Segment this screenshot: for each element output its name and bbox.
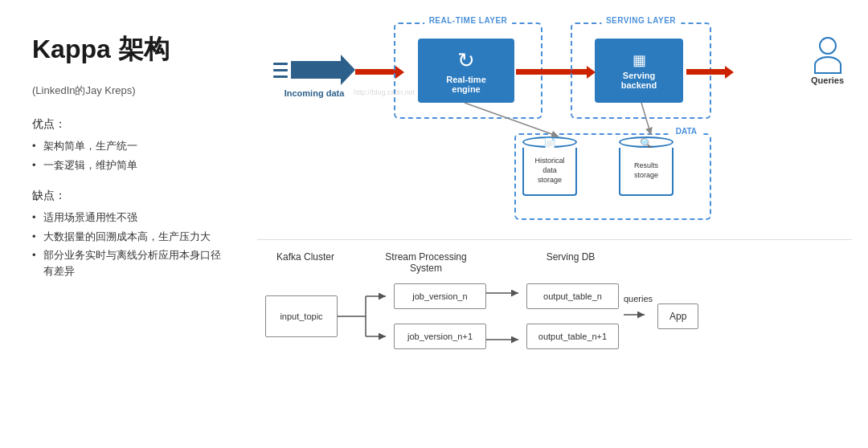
person-head-icon xyxy=(819,37,837,55)
cyl-top-historical: 📄 xyxy=(522,136,577,148)
historical-db-label: Historicaldatastorage xyxy=(534,157,564,185)
historical-db-cylinder: 📄 Historicaldatastorage xyxy=(522,136,577,196)
cons-list: 适用场景通用性不强 大数据量的回溯成本高，生产压力大 部分业务实时与离线分析应用… xyxy=(32,210,225,279)
queries-label: Queries xyxy=(811,75,844,85)
input-topic-box: input_topic xyxy=(265,295,338,337)
job-version-n1-box: job_version_n+1 xyxy=(394,324,486,349)
results-db-cylinder: 🔍 Resultsstorage xyxy=(619,136,674,196)
cyl-top-results: 🔍 xyxy=(619,136,674,148)
queries-text: queries xyxy=(624,294,653,303)
pros-item-2: 一套逻辑，维护简单 xyxy=(32,157,225,173)
incoming-data-label: Incoming data xyxy=(273,88,355,98)
incoming-data-arrow: Incoming data xyxy=(273,55,355,98)
page-title: Kappa 架构 xyxy=(32,32,225,67)
author-credit: (LinkedIn的Jay Kreps) xyxy=(32,83,225,98)
output-table-n1-box: output_table_n+1 xyxy=(526,324,619,349)
stream-jobs-group: job_version_n job_version_n+1 xyxy=(394,283,486,349)
app-box: App xyxy=(657,303,698,329)
sync-icon: ↻ xyxy=(457,48,475,73)
pros-list: 架构简单，生产统一 一套逻辑，维护简单 xyxy=(32,138,225,173)
realtime-layer-label: REAL-TIME LAYER xyxy=(424,16,513,25)
kafka-cluster-group: input_topic xyxy=(265,295,338,337)
cons-title: 缺点： xyxy=(32,189,225,203)
cons-item-1: 适用场景通用性不强 xyxy=(32,210,225,226)
serving-db-header: Serving DB xyxy=(506,251,635,263)
jobs-to-outputs-svg xyxy=(486,280,526,352)
bottom-boxes-row: input_topic job_ xyxy=(257,274,852,352)
serving-backend: ▦ Servingbackend xyxy=(595,39,683,103)
output-table-n-box: output_table_n xyxy=(526,283,619,309)
left-panel: Kappa 架构 (LinkedIn的Jay Kreps) 优点： 架构简单，生… xyxy=(0,0,249,448)
branch-arrows-svg xyxy=(338,280,394,352)
slide: Kappa 架构 (LinkedIn的Jay Kreps) 优点： 架构简单，生… xyxy=(0,0,868,448)
kappa-architecture-diagram: Incoming data REAL-TIME LAYER ↻ Real-tim… xyxy=(257,14,852,231)
grid-icon: ▦ xyxy=(633,51,646,69)
results-db-label: Resultsstorage xyxy=(634,161,658,180)
output-tables-group: output_table_n output_table_n+1 xyxy=(526,283,619,349)
kafka-cluster-header: Kafka Cluster xyxy=(265,251,346,263)
job-version-n-box: job_version_n xyxy=(394,283,486,309)
queries-section: queries xyxy=(624,310,653,323)
realtime-engine: ↻ Real-timeengine xyxy=(418,39,514,103)
bottom-headers: Kafka Cluster Stream ProcessingSystem Se… xyxy=(257,251,852,274)
pros-title: 优点： xyxy=(32,117,225,132)
stream-processing-header: Stream ProcessingSystem xyxy=(362,251,490,274)
right-panel: Incoming data REAL-TIME LAYER ↻ Real-tim… xyxy=(249,0,868,448)
queries-arrow-svg xyxy=(624,307,653,323)
cons-item-3: 部分业务实时与离线分析应用本身口径有差异 xyxy=(32,247,225,279)
serving-layer-label: SERVING LAYER xyxy=(601,16,681,25)
arrow-incoming-to-rt xyxy=(355,69,397,75)
arrow-serving-to-queries xyxy=(686,69,727,75)
cons-item-2: 大数据量的回溯成本高，生产压力大 xyxy=(32,229,225,245)
serving-backend-label: Servingbackend xyxy=(621,71,657,90)
data-layer-label: DATA xyxy=(671,127,702,136)
person-body-icon xyxy=(814,56,841,74)
realtime-engine-label: Real-timeengine xyxy=(446,75,486,94)
diagram-divider xyxy=(257,239,852,240)
pros-item-1: 架构简单，生产统一 xyxy=(32,138,225,154)
queries-figure: Queries xyxy=(811,37,844,85)
bottom-diagram-wrapper: Kafka Cluster Stream ProcessingSystem Se… xyxy=(257,251,852,440)
cyl-body-results: Resultsstorage xyxy=(619,148,674,196)
cyl-body-historical: Historicaldatastorage xyxy=(522,148,577,196)
